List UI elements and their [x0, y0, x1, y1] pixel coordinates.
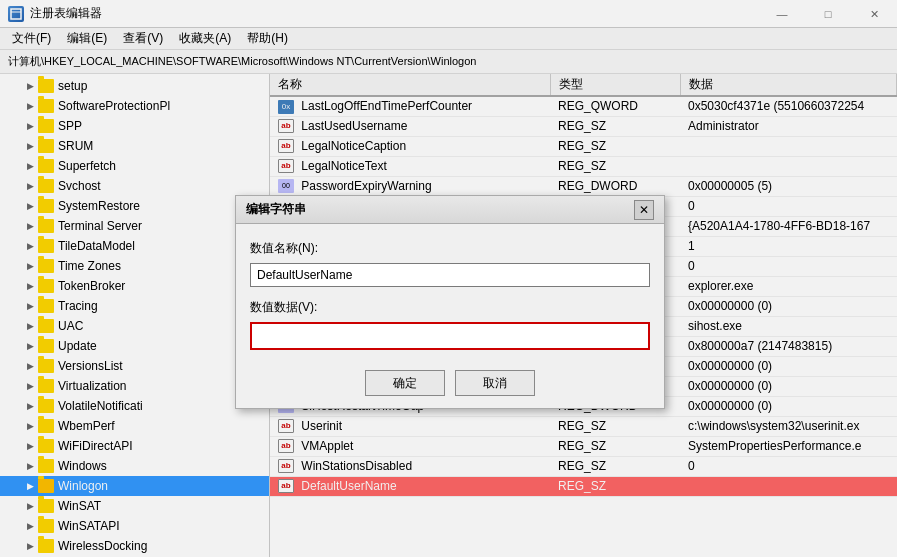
name-input[interactable]: [250, 263, 650, 287]
dialog-buttons: 确定 取消: [250, 370, 650, 396]
dialog-titlebar: 编辑字符串 ✕: [236, 196, 664, 224]
dialog-overlay: 编辑字符串 ✕ 数值名称(N): 数值数据(V): 确定 取消: [0, 0, 897, 557]
edit-string-dialog: 编辑字符串 ✕ 数值名称(N): 数值数据(V): 确定 取消: [235, 195, 665, 409]
cancel-button[interactable]: 取消: [455, 370, 535, 396]
dialog-body: 数值名称(N): 数值数据(V): 确定 取消: [236, 224, 664, 408]
name-label: 数值名称(N):: [250, 240, 650, 257]
data-label: 数值数据(V):: [250, 299, 650, 316]
dialog-close-button[interactable]: ✕: [634, 200, 654, 220]
ok-button[interactable]: 确定: [365, 370, 445, 396]
data-input[interactable]: [250, 322, 650, 350]
dialog-title: 编辑字符串: [246, 201, 306, 218]
